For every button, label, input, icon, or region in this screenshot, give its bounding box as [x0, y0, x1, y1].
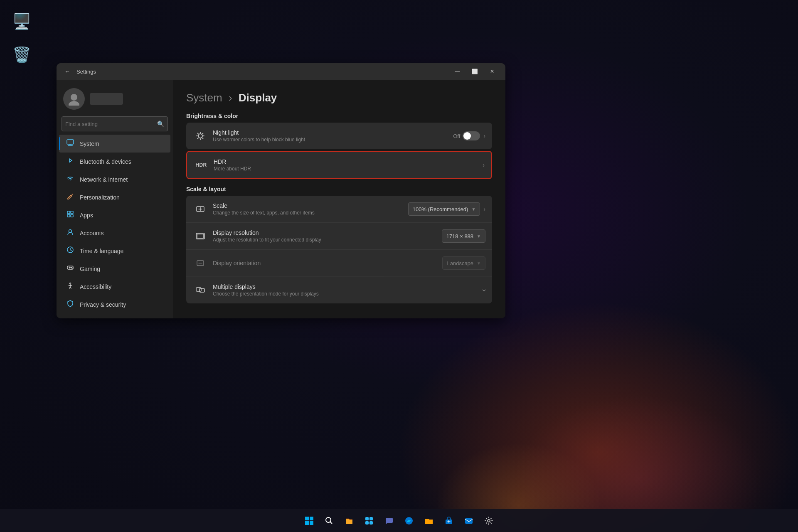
taskbar-widgets[interactable] — [360, 512, 378, 530]
toggle-thumb — [463, 132, 471, 140]
user-profile[interactable] — [57, 85, 173, 116]
night-light-desc: Use warmer colors to help block blue lig… — [213, 137, 453, 143]
svg-rect-8 — [71, 214, 73, 217]
taskbar-settings[interactable] — [480, 512, 498, 530]
display-orientation-dropdown[interactable]: Landscape ▼ — [442, 256, 485, 270]
back-button[interactable]: ← — [62, 66, 73, 77]
sidebar-item-bluetooth[interactable]: Bluetooth & devices — [59, 153, 170, 170]
scale-text: Scale Change the size of text, apps, and… — [213, 202, 408, 216]
update-icon — [66, 318, 75, 318]
search-box[interactable]: 🔍 — [62, 116, 168, 131]
sidebar-item-update[interactable]: Windows Update — [59, 313, 170, 318]
scale-layout-section: Scale & layout Scale Change the size — [186, 186, 492, 303]
sidebar-item-accessibility[interactable]: Accessibility — [59, 278, 170, 296]
network-icon — [66, 175, 75, 184]
sidebar-item-label-personalization: Personalization — [80, 194, 120, 201]
taskbar-files[interactable] — [340, 512, 358, 530]
night-light-row[interactable]: Night light Use warmer colors to help bl… — [186, 123, 492, 149]
bluetooth-icon — [66, 157, 75, 166]
taskbar-folder[interactable] — [420, 512, 438, 530]
search-input[interactable] — [65, 121, 154, 127]
night-light-control: Off › — [453, 131, 485, 140]
hdr-row[interactable]: HDR HDR More about HDR › — [186, 151, 492, 179]
svg-rect-18 — [197, 234, 204, 238]
minimize-button[interactable]: — — [449, 65, 466, 78]
breadcrumb-separator: › — [229, 91, 232, 104]
display-resolution-desc: Adjust the resolution to fit your connec… — [213, 237, 442, 243]
sidebar-item-apps[interactable]: Apps — [59, 206, 170, 224]
window-controls: — ⬜ ✕ — [449, 65, 500, 78]
sidebar-item-personalization[interactable]: Personalization — [59, 188, 170, 206]
scale-value: 100% (Recommended) — [413, 206, 468, 212]
desktop-icon-monitor[interactable]: 🖥️ — [8, 8, 35, 35]
night-light-toggle[interactable]: Off — [453, 131, 480, 140]
svg-rect-23 — [310, 517, 313, 520]
svg-rect-29 — [365, 521, 369, 525]
multiple-displays-desc: Choose the presentation mode for your di… — [213, 291, 483, 297]
display-resolution-dropdown[interactable]: 1718 × 888 ▼ — [442, 229, 485, 243]
svg-point-1 — [69, 101, 79, 106]
apps-icon — [66, 210, 75, 220]
sidebar-nav: System Bluetooth & devices Network & int… — [57, 135, 173, 318]
maximize-button[interactable]: ⬜ — [466, 65, 483, 78]
sidebar-item-label-network: Network & internet — [80, 176, 128, 183]
display-resolution-icon — [193, 229, 208, 244]
taskbar-search[interactable] — [320, 512, 338, 530]
close-button[interactable]: ✕ — [484, 65, 500, 78]
hdr-chevron: › — [483, 162, 485, 168]
hdr-title: HDR — [214, 158, 483, 165]
svg-rect-27 — [365, 517, 369, 520]
title-bar: ← Settings — ⬜ ✕ — [57, 63, 505, 80]
taskbar-edge[interactable] — [400, 512, 418, 530]
brightness-color-header: Brightness & color — [186, 113, 492, 119]
svg-rect-2 — [67, 140, 74, 144]
brightness-color-card: Night light Use warmer colors to help bl… — [186, 123, 492, 149]
sidebar-item-label-accounts: Accounts — [80, 230, 104, 236]
recycle-bin-icon: 🗑️ — [12, 45, 32, 65]
brightness-color-section: Brightness & color Night light Use wa — [186, 113, 492, 179]
svg-rect-22 — [305, 517, 309, 520]
display-orientation-text: Display orientation — [213, 260, 442, 266]
display-orientation-control: Landscape ▼ — [442, 256, 485, 270]
scale-title: Scale — [213, 202, 408, 209]
sidebar-item-privacy[interactable]: Privacy & security — [59, 296, 170, 313]
multiple-displays-chevron: › — [480, 289, 489, 291]
multiple-displays-row[interactable]: Multiple displays Choose the presentatio… — [186, 277, 492, 303]
resolution-dropdown-arrow: ▼ — [477, 234, 481, 239]
scale-desc: Change the size of text, apps, and other… — [213, 210, 408, 216]
sidebar-item-accounts[interactable]: Accounts — [59, 224, 170, 242]
settings-window: ← Settings — ⬜ ✕ 🔍 — [57, 63, 505, 318]
taskbar-mail[interactable] — [460, 512, 478, 530]
sidebar-item-network[interactable]: Network & internet — [59, 170, 170, 188]
multiple-displays-icon — [193, 283, 208, 298]
accounts-icon — [66, 228, 75, 238]
toggle-track[interactable] — [463, 131, 480, 140]
scale-dropdown[interactable]: 100% (Recommended) ▼ — [408, 202, 480, 216]
taskbar-chat[interactable] — [380, 512, 398, 530]
scale-icon — [193, 202, 208, 217]
sidebar-item-label-accessibility: Accessibility — [80, 283, 111, 290]
taskbar-start[interactable] — [300, 512, 318, 530]
scale-row[interactable]: Scale Change the size of text, apps, and… — [186, 196, 492, 223]
display-orientation-row[interactable]: Display orientation Landscape ▼ — [186, 250, 492, 277]
sidebar-item-gaming[interactable]: Gaming — [59, 260, 170, 278]
hdr-icon: HDR — [194, 158, 209, 172]
svg-point-13 — [72, 268, 73, 268]
display-orientation-title: Display orientation — [213, 260, 442, 266]
scale-layout-card: Scale Change the size of text, apps, and… — [186, 196, 492, 303]
display-resolution-row[interactable]: Display resolution Adjust the resolution… — [186, 223, 492, 250]
avatar — [63, 88, 85, 110]
sidebar-item-system[interactable]: System — [59, 135, 170, 153]
hdr-desc: More about HDR — [214, 166, 483, 172]
svg-rect-6 — [71, 211, 73, 214]
svg-rect-28 — [369, 517, 373, 520]
sidebar-item-label-time: Time & language — [80, 248, 123, 254]
display-resolution-control: 1718 × 888 ▼ — [442, 229, 485, 243]
sidebar-item-label-gaming: Gaming — [80, 266, 100, 272]
sidebar-item-time[interactable]: Time & language — [59, 242, 170, 260]
svg-point-0 — [71, 94, 77, 101]
taskbar-store[interactable] — [440, 512, 458, 530]
svg-rect-24 — [305, 521, 309, 525]
monitor-icon: 🖥️ — [12, 12, 32, 32]
desktop-icon-recycle[interactable]: 🗑️ — [8, 42, 35, 68]
